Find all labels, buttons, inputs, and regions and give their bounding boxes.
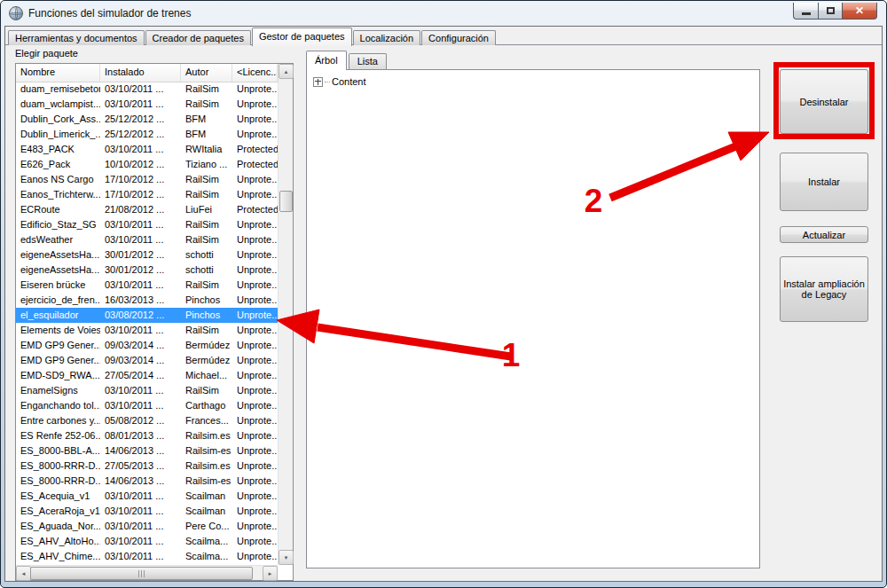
- main-content: Elegir paquete Nombre Instalado Autor <L…: [5, 44, 882, 581]
- main-tab[interactable]: Localización: [353, 30, 421, 45]
- cell-license: Unprote..: [232, 293, 278, 308]
- cell-installed: 03/10/2011 ...: [100, 82, 181, 97]
- cell-license: Unprote..: [232, 172, 278, 187]
- table-row[interactable]: Entre carbones y... 05/08/2012 ... Franc…: [16, 413, 278, 428]
- table-row[interactable]: Dublin_Limerick_... 25/12/2012 ... BFM U…: [16, 127, 278, 142]
- install-button[interactable]: Instalar: [780, 153, 868, 211]
- cell-author: Railsim-es: [181, 474, 232, 489]
- table-row[interactable]: eigeneAssetsHa... 30/01/2012 ... schotti…: [16, 247, 278, 263]
- table-row[interactable]: Enganchando tol... 03/10/2011 ... Cartha…: [16, 398, 278, 413]
- table-row[interactable]: ES_AHV_Chime... 03/10/2011 ... Scailma..…: [16, 549, 278, 564]
- cell-installed: 03/10/2011 ...: [100, 323, 181, 338]
- table-row[interactable]: el_esquilador 03/08/2012 ... Pinchos Unp…: [16, 308, 278, 323]
- cell-name: el_esquilador: [16, 308, 100, 323]
- table-row[interactable]: Eiseren brücke 03/10/2011 ... RailSim Un…: [16, 278, 278, 293]
- table-row[interactable]: Eanos_Trichterw... 17/10/2012 ... RailSi…: [16, 187, 278, 202]
- table-row[interactable]: EMD-SD9_RWA... 27/05/2014 ... Michael...…: [16, 368, 278, 383]
- viewer-tab[interactable]: Árbol: [306, 51, 347, 70]
- cell-license: Unprote..: [232, 383, 278, 398]
- uninstall-button[interactable]: Desinstalar: [780, 69, 868, 134]
- main-tab[interactable]: Creador de paquetes: [145, 30, 251, 45]
- column-header-license[interactable]: <Licenc..: [232, 64, 278, 82]
- cell-installed: 25/12/2012 ...: [100, 112, 181, 127]
- cell-author: RailSim: [181, 187, 232, 202]
- cell-author: Scailman: [181, 504, 232, 519]
- table-row[interactable]: edsWeather 03/10/2011 ... RailSim Unprot…: [16, 232, 278, 247]
- cell-installed: 08/01/2013 ...: [100, 428, 181, 443]
- cell-license: Unprote..: [232, 323, 278, 338]
- cell-name: duam_wclampist...: [16, 97, 100, 112]
- cell-license: Unprote..: [232, 353, 278, 368]
- table-row[interactable]: ES_8000-BBL-A... 14/06/2013 ... Railsim-…: [16, 443, 278, 459]
- table-row[interactable]: ECRoute 21/08/2012 ... LiuFei Protected: [16, 202, 278, 217]
- horizontal-scroll-thumb[interactable]: [30, 567, 253, 580]
- vertical-scrollbar[interactable]: ▲ ▼: [278, 64, 293, 565]
- vertical-scroll-thumb[interactable]: [279, 191, 293, 212]
- table-row[interactable]: E626_Pack 10/10/2012 ... Tiziano ... Pro…: [16, 157, 278, 172]
- close-button[interactable]: ✕: [843, 3, 877, 20]
- cell-name: Eanos_Trichterw...: [16, 187, 100, 202]
- maximize-button[interactable]: [818, 3, 843, 20]
- cell-installed: 05/08/2012 ...: [100, 413, 181, 428]
- table-row[interactable]: eigeneAssetsHa... 30/01/2012 ... schotti…: [16, 263, 278, 278]
- table-row[interactable]: E483_PACK 03/10/2011 ... RWItalia Protec…: [16, 142, 278, 157]
- cell-installed: 17/10/2012 ...: [100, 172, 181, 187]
- table-row[interactable]: Eanos NS Cargo 17/10/2012 ... RailSim Un…: [16, 172, 278, 187]
- cell-license: Unprote..: [232, 368, 278, 383]
- horizontal-scrollbar[interactable]: ◄ ►: [16, 565, 278, 580]
- table-row[interactable]: ejercicio_de_fren... 16/03/2013 ... Pinc…: [16, 293, 278, 308]
- table-row[interactable]: ES_8000-RRR-D... 14/06/2013 ... Railsim-…: [16, 474, 278, 489]
- cell-installed: 03/10/2011 ...: [100, 217, 181, 232]
- update-button[interactable]: Actualizar: [780, 226, 868, 243]
- table-row[interactable]: ES Renfe 252-06... 08/01/2013 ... Railsi…: [16, 428, 278, 443]
- table-row[interactable]: ES_AHV_AltoHo... 03/10/2011 ... Scailma.…: [16, 534, 278, 549]
- cell-license: Unprote..: [232, 127, 278, 142]
- cell-author: Frances...: [181, 413, 232, 428]
- cell-name: E626_Pack: [16, 157, 100, 172]
- cell-author: Scailma...: [181, 549, 232, 564]
- legacy-install-button[interactable]: Instalar ampliación de Legacy: [780, 256, 868, 322]
- cell-author: Bermúdez: [181, 338, 232, 353]
- cell-installed: 16/03/2013 ...: [100, 293, 181, 308]
- table-row[interactable]: ES_Aguada_Nor... 03/10/2011 ... Pere Co.…: [16, 519, 278, 534]
- cell-installed: 09/03/2014 ...: [100, 353, 181, 368]
- main-tab[interactable]: Herramientas y documentos: [8, 30, 145, 45]
- cell-author: RailSim: [181, 217, 232, 232]
- cell-author: Railsim-es: [181, 443, 232, 459]
- table-row[interactable]: EnamelSigns 03/10/2011 ... RailSim Unpro…: [16, 383, 278, 398]
- expand-plus-icon[interactable]: [313, 77, 323, 87]
- cell-author: RWItalia: [181, 142, 232, 157]
- cell-author: Pinchos: [181, 293, 232, 308]
- table-row[interactable]: ES_8000-RRR-D... 27/05/2013 ... Railsim.…: [16, 459, 278, 474]
- column-header-name[interactable]: Nombre: [16, 64, 100, 82]
- table-row[interactable]: Dublin_Cork_Ass... 25/12/2012 ... BFM Un…: [16, 112, 278, 127]
- cell-installed: 03/10/2011 ...: [100, 232, 181, 247]
- cell-license: Unprote..: [232, 97, 278, 112]
- table-row[interactable]: duam_wclampist... 03/10/2011 ... RailSim…: [16, 97, 278, 112]
- table-row[interactable]: Edificio_Staz_SG 03/10/2011 ... RailSim …: [16, 217, 278, 232]
- main-tab[interactable]: Configuración: [421, 30, 496, 45]
- table-row[interactable]: duam_remisebeton 03/10/2011 ... RailSim …: [16, 82, 278, 97]
- main-tab[interactable]: Gestor de paquetes: [252, 27, 352, 46]
- table-row[interactable]: ES_Acequia_v1 03/10/2011 ... Scailman Un…: [16, 489, 278, 504]
- column-header-installed[interactable]: Instalado: [100, 64, 181, 82]
- choose-package-label: Elegir paquete: [15, 48, 78, 59]
- column-header-author[interactable]: Autor: [181, 64, 232, 82]
- table-row[interactable]: EMD GP9 Gener... 09/03/2014 ... Bermúdez…: [16, 338, 278, 353]
- table-row[interactable]: ES_AceraRoja_v1 03/10/2011 ... Scailman …: [16, 504, 278, 519]
- cell-author: LiuFei: [181, 202, 232, 217]
- minimize-button[interactable]: [793, 3, 818, 20]
- tree-node-label: Content: [332, 76, 366, 87]
- cell-installed: 03/08/2012 ...: [100, 308, 181, 323]
- cell-name: ES_AHV_Chime...: [16, 549, 100, 564]
- table-row[interactable]: EMD GP9 Gener... 09/03/2014 ... Bermúdez…: [16, 353, 278, 368]
- tree-panel: Content: [306, 69, 760, 568]
- scroll-left-button[interactable]: ◄: [16, 566, 31, 581]
- cell-installed: 14/06/2013 ...: [100, 443, 181, 459]
- table-row[interactable]: Elements de Voies 03/10/2011 ... RailSim…: [16, 323, 278, 338]
- scroll-up-button[interactable]: ▲: [279, 64, 294, 79]
- tree-node-content[interactable]: Content: [313, 76, 759, 87]
- scroll-down-button[interactable]: ▼: [279, 550, 294, 565]
- viewer-tab[interactable]: Lista: [349, 53, 387, 69]
- scroll-right-button[interactable]: ►: [263, 566, 278, 581]
